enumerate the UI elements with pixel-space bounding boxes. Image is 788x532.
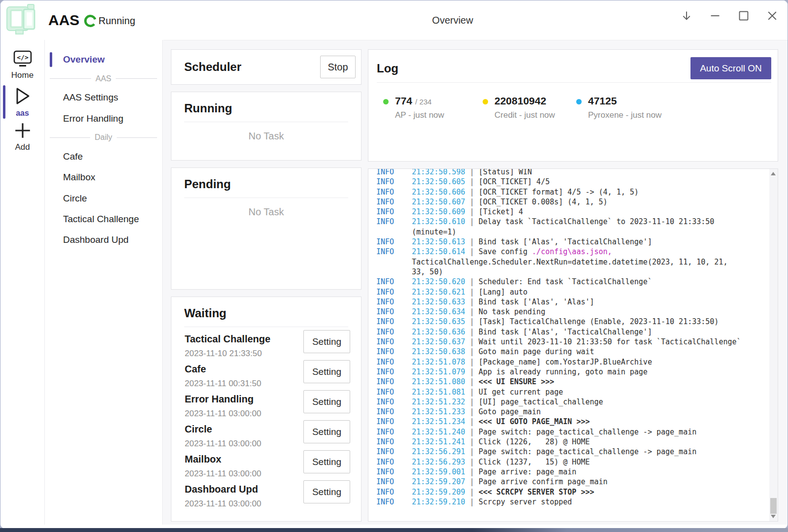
nav-item-overview[interactable]: Overview [45, 49, 162, 70]
log-level: INFO [376, 407, 394, 416]
scroll-up-arrow-icon[interactable] [771, 172, 776, 175]
log-separator: | [470, 237, 479, 246]
log-message: Page arrive: page_main [479, 467, 577, 476]
log-time: 21:32:50.614 [412, 247, 465, 256]
scroll-down-arrow-icon[interactable] [771, 515, 776, 518]
minimize-button[interactable] [708, 8, 722, 23]
nav-item-mailbox[interactable]: Mailbox [45, 167, 162, 188]
log-separator: | [470, 388, 479, 397]
log-time: 21:32:59.209 [412, 488, 465, 497]
log-level: INFO [376, 447, 394, 456]
log-separator: | [470, 277, 479, 286]
log-output[interactable]: INFO 21:32:50.598 | [Status] WININFO 21:… [368, 169, 768, 521]
maximize-button[interactable] [736, 8, 751, 23]
nav-item-dashboard-upd[interactable]: Dashboard Upd [45, 230, 162, 250]
sidebar-item-home[interactable]: </> Home [0, 50, 44, 80]
log-message: [Ticket] 4 [479, 207, 523, 216]
divider [184, 122, 348, 122]
log-separator: | [470, 377, 479, 386]
divider [377, 82, 771, 83]
log-separator: | [470, 488, 479, 497]
log-time: 21:32:50.620 [412, 277, 465, 286]
log-level: INFO [376, 337, 394, 346]
nav-item-error-handling[interactable]: Error Handling [45, 108, 162, 129]
log-time: 21:32:50.638 [412, 347, 465, 356]
log-time: 21:32:50.635 [412, 317, 465, 326]
log-message: [Package_name] com.YostarJP.BlueArchive [479, 358, 652, 366]
scheduler-card: Scheduler Stop [171, 49, 361, 85]
waiting-task-row: Error Handling2023-11-11 03:00:00Setting [171, 392, 361, 422]
setting-button-error-handling[interactable]: Setting [303, 390, 350, 413]
log-level: INFO [376, 177, 394, 186]
setting-button-mailbox[interactable]: Setting [303, 450, 350, 473]
log-message: Page arrive confirm page_main [479, 477, 608, 486]
nav-item-circle[interactable]: Circle [45, 188, 162, 208]
log-time: 21:32:50.605 [412, 177, 465, 186]
log-entry: INFO 21:32:50.636 | Bind task ['Alas', '… [376, 327, 741, 337]
log-message: Page switch: page_tactical_challenge -> … [479, 447, 697, 456]
log-entry: INFO 21:32:50.634 | No task pending [376, 307, 741, 317]
nav-item-tactical-challenge[interactable]: Tactical Challenge [45, 209, 162, 230]
download-button[interactable] [679, 8, 694, 23]
nav-item-label: Tactical Challenge [63, 214, 139, 225]
log-entry: INFO 21:32:51.233 | Goto page_main [376, 407, 741, 417]
log-separator: | [470, 217, 479, 226]
log-separator: | [470, 317, 479, 326]
bottom-screen-edge [0, 528, 788, 532]
scrollbar-thumb[interactable] [770, 498, 777, 514]
setting-button-circle[interactable]: Setting [303, 420, 350, 443]
log-level: INFO [376, 307, 394, 316]
stop-button[interactable]: Stop [320, 56, 356, 78]
nav-item-label: AAS Settings [63, 92, 118, 103]
log-entry: INFO 21:32:50.609 | [Ticket] 4 [376, 207, 741, 217]
stat-value: 220810942 [494, 95, 546, 106]
log-entry: INFO 21:32:51.079 | App is already runni… [376, 367, 741, 377]
sidebar-item-add[interactable]: Add [0, 122, 44, 152]
log-level: INFO [376, 428, 394, 436]
sidebar-item-aas[interactable]: aas [0, 86, 44, 118]
log-entry: INFO 21:32:51.234 | <<< UI GOTO PAGE_MAI… [376, 417, 741, 427]
log-time: 21:32:50.610 [412, 217, 465, 226]
page-title: Overview [432, 15, 473, 26]
home-code-monitor-icon: </> [13, 50, 33, 67]
log-message: <<< SCRCPY SERVER STOP >>> [479, 488, 594, 497]
log-entry: INFO 21:32:51.078 | [Package_name] com.Y… [376, 357, 741, 367]
log-entry: INFO 21:32:50.638 | Goto main page durin… [376, 347, 741, 357]
log-time: 21:32:51.078 [412, 358, 465, 366]
log-level: INFO [376, 458, 394, 466]
log-entry: INFO 21:32:56.291 | Page switch: page_ta… [376, 447, 741, 457]
log-message: Bind task ['Alas', 'TacticalChallenge'] [479, 328, 652, 336]
stat-label: AP - just now [383, 110, 444, 120]
log-time: 21:32:50.606 [412, 188, 465, 197]
log-level: INFO [376, 477, 394, 486]
setting-button-cafe[interactable]: Setting [303, 360, 350, 383]
plus-icon [14, 122, 32, 139]
log-message: [Status] WIN [479, 169, 532, 176]
app-logo-icon [6, 4, 38, 35]
setting-button-tactical-challenge[interactable]: Setting [303, 330, 350, 353]
log-entry: INFO 21:32:50.633 | Bind task ['Alas', '… [376, 297, 741, 307]
log-entry: INFO 21:32:50.598 | [Status] WIN [376, 169, 741, 177]
icon-sidebar: </> Home aas Add [0, 40, 45, 525]
log-separator: | [470, 417, 479, 426]
nav-item-aas-settings[interactable]: AAS Settings [45, 87, 162, 108]
log-separator: | [470, 477, 479, 486]
nav-item-cafe[interactable]: Cafe [45, 146, 162, 167]
divider [184, 198, 348, 198]
log-message: Bind task ['Alas', 'Alas'] [479, 298, 594, 306]
window-controls [679, 8, 780, 23]
log-level: INFO [376, 388, 394, 397]
close-button[interactable] [765, 8, 780, 23]
auto-scroll-button[interactable]: Auto Scroll ON [690, 57, 771, 79]
log-entry: INFO 21:32:51.081 | UI get current page [376, 387, 741, 397]
setting-button-dashboard-upd[interactable]: Setting [303, 480, 350, 503]
log-level: INFO [376, 169, 394, 176]
waiting-list: Tactical Challenge2023-11-10 21:33:50Set… [171, 332, 361, 512]
log-separator: | [470, 498, 479, 506]
nav-item-label: Mailbox [63, 172, 95, 183]
log-scrollbar[interactable] [769, 169, 778, 521]
log-separator: | [470, 347, 479, 356]
log-title: Log [377, 62, 398, 75]
running-status-label: Running [98, 15, 135, 27]
pending-empty-text: No Task [171, 206, 361, 218]
